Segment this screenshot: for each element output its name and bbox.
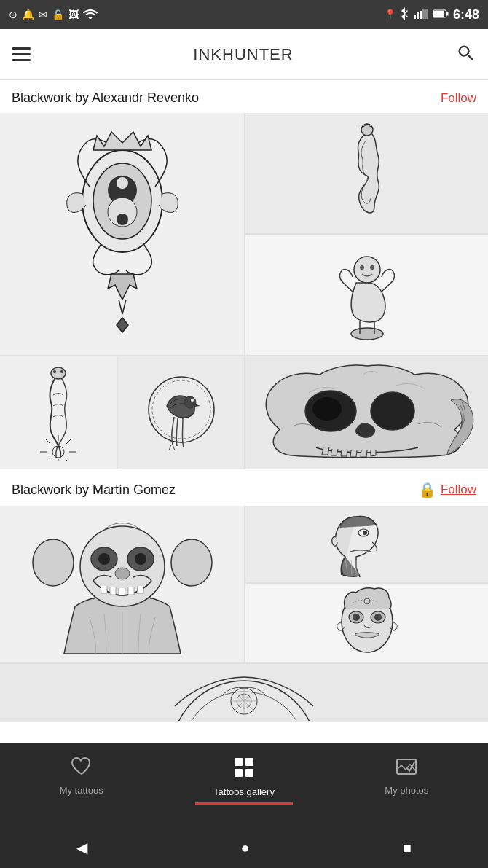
wifi-icon xyxy=(83,9,98,21)
android-nav: ◀ ● ■ xyxy=(0,827,488,868)
lock-icon: 🔒 xyxy=(418,481,436,498)
svg-rect-7 xyxy=(446,12,449,16)
svg-marker-14 xyxy=(117,318,128,332)
search-button[interactable] xyxy=(456,43,476,66)
heart-icon xyxy=(71,756,93,782)
svg-point-19 xyxy=(370,265,374,270)
nav-my-tattoos-label: My tattoos xyxy=(60,785,103,796)
gallery2-img2[interactable] xyxy=(245,506,488,582)
svg-point-37 xyxy=(135,553,146,565)
gallery2-img1[interactable] xyxy=(0,506,244,662)
svg-rect-6 xyxy=(433,11,444,17)
menu-button[interactable] xyxy=(12,47,31,61)
svg-point-13 xyxy=(117,214,128,225)
section1-follow-button[interactable]: Follow xyxy=(441,91,476,106)
svg-point-20 xyxy=(51,367,66,379)
svg-rect-52 xyxy=(245,758,253,766)
svg-point-18 xyxy=(360,265,364,270)
nav-my-photos[interactable]: My photos xyxy=(326,751,488,796)
svg-point-26 xyxy=(184,396,196,408)
svg-point-45 xyxy=(374,614,382,621)
gallery2-img4[interactable] xyxy=(0,664,488,722)
svg-rect-1 xyxy=(417,12,419,19)
recent-button[interactable]: ■ xyxy=(403,840,412,856)
section2-header: Blackwork by Martín Gomez 🔒 Follow xyxy=(0,471,488,506)
home-button[interactable]: ● xyxy=(240,840,249,856)
back-button[interactable]: ◀ xyxy=(76,839,87,856)
notification-icon: 🔔 xyxy=(22,9,34,20)
svg-point-46 xyxy=(364,598,370,604)
app-title: INKHUNTER xyxy=(193,45,293,64)
location-icon: 📍 xyxy=(384,9,396,20)
nav-my-tattoos[interactable]: My tattoos xyxy=(0,751,162,796)
gallery2-row2 xyxy=(0,664,488,722)
gallery1-row1 xyxy=(0,113,488,355)
photo-icon: 🖼 xyxy=(68,9,79,20)
svg-point-22 xyxy=(60,370,63,373)
app-bar: INKHUNTER xyxy=(0,29,488,80)
section1-title: Blackwork by Alexandr Revenko xyxy=(12,90,199,106)
battery-icon xyxy=(433,9,449,20)
svg-rect-2 xyxy=(420,11,422,19)
section2-gallery xyxy=(0,506,488,722)
chrome-icon: ⊙ xyxy=(9,9,17,20)
section1-header: Blackwork by Alexandr Revenko Follow xyxy=(0,80,488,113)
status-bar-right: 📍 6:48 xyxy=(384,7,479,23)
svg-point-12 xyxy=(117,177,128,189)
svg-point-15 xyxy=(361,124,373,136)
svg-point-38 xyxy=(115,568,130,579)
gallery2-row1 xyxy=(0,506,488,662)
bluetooth-icon xyxy=(401,7,409,23)
status-time: 6:48 xyxy=(453,7,479,23)
svg-rect-53 xyxy=(235,769,243,777)
section2-follow-button[interactable]: Follow xyxy=(441,482,476,497)
gallery1-row2 xyxy=(0,356,488,469)
gallery1-img4[interactable] xyxy=(245,356,488,469)
svg-rect-4 xyxy=(425,9,428,19)
nav-tattoos-gallery[interactable]: Tattoos gallery xyxy=(162,751,325,797)
status-bar-left: ⊙ 🔔 ✉ 🔒 🖼 xyxy=(9,9,98,21)
svg-rect-0 xyxy=(414,15,416,19)
gmail-icon: ✉ xyxy=(39,9,47,20)
gallery1-img1[interactable] xyxy=(0,113,244,355)
svg-point-16 xyxy=(354,257,380,283)
gallery2-img3[interactable] xyxy=(245,584,488,662)
svg-point-29 xyxy=(312,397,342,421)
photo-check-icon xyxy=(395,756,417,782)
svg-point-36 xyxy=(98,553,110,565)
gallery1-img6[interactable] xyxy=(118,356,244,469)
nav-my-photos-label: My photos xyxy=(385,785,428,796)
gallery1-img5[interactable] xyxy=(0,356,117,469)
bottom-nav: My tattoos Tattoos gallery My photos xyxy=(0,743,488,827)
svg-rect-54 xyxy=(245,769,253,777)
section2-header-right: 🔒 Follow xyxy=(418,481,476,498)
status-bar: ⊙ 🔔 ✉ 🔒 🖼 📍 6:48 xyxy=(0,0,488,29)
main-content: Blackwork by Alexandr Revenko Follow xyxy=(0,80,488,743)
svg-point-17 xyxy=(351,328,383,340)
svg-point-21 xyxy=(53,370,56,373)
svg-point-27 xyxy=(191,399,194,402)
svg-point-30 xyxy=(371,392,414,430)
svg-rect-51 xyxy=(235,758,243,766)
nav-tattoos-gallery-label: Tattoos gallery xyxy=(213,786,275,797)
section2-title: Blackwork by Martín Gomez xyxy=(12,482,176,498)
signal-icon xyxy=(414,9,428,21)
svg-point-32 xyxy=(171,539,212,586)
grid-icon xyxy=(233,756,255,783)
svg-point-44 xyxy=(353,614,360,621)
svg-point-31 xyxy=(33,539,74,586)
gallery1-img3[interactable] xyxy=(245,235,488,355)
svg-rect-3 xyxy=(422,9,425,19)
svg-point-23 xyxy=(52,446,64,458)
svg-point-40 xyxy=(363,531,367,535)
lock-icon: 🔒 xyxy=(52,9,64,20)
gallery1-img2[interactable] xyxy=(245,113,488,233)
section1-gallery xyxy=(0,113,488,469)
